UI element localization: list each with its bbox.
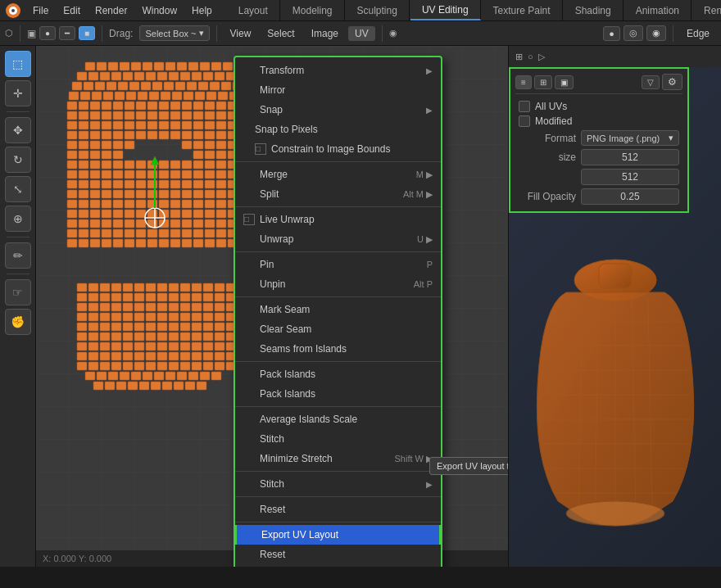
menu-item-minimize-stretch[interactable]: Average Islands Scale [235, 409, 441, 429]
svg-rect-329 [180, 303, 190, 311]
select-menu-btn[interactable]: Select [261, 26, 301, 41]
size-h-input[interactable]: 512 [581, 169, 679, 185]
menu-item-mirror[interactable]: Mirror [235, 80, 441, 100]
tool-rotate[interactable]: ↻ [5, 147, 31, 173]
svg-rect-143 [193, 151, 203, 159]
menu-item-align[interactable]: Minimize Stretch Shift W ▶ [235, 449, 441, 468]
menu-item-pack-islands[interactable]: Pack Islands [235, 364, 441, 384]
menu-file[interactable]: File [26, 3, 55, 18]
tab-modeling[interactable]: Modeling [281, 0, 345, 20]
vertex-mode-icon[interactable]: ● [39, 26, 56, 40]
tool-pinch[interactable]: ✊ [5, 309, 31, 335]
menu-item-unpin[interactable]: Unpin Alt P [235, 274, 441, 294]
menu-item-average-islands-scale[interactable]: Pack Islands [235, 384, 441, 404]
uv-viewport[interactable]: // Can't use script here, will do inline… [36, 46, 508, 567]
svg-rect-402 [215, 352, 224, 360]
menu-item-show-hide-faces[interactable]: Stitch ▶ [235, 474, 441, 494]
tab-uv-editing[interactable]: UV Editing [410, 0, 481, 20]
sep7 [235, 471, 441, 472]
tool-select-box[interactable]: ⬚ [5, 51, 31, 77]
svg-rect-89 [193, 111, 203, 120]
menu-item-reset[interactable]: Reset [235, 500, 441, 519]
fill-opacity-input[interactable]: 0.25 [581, 188, 679, 205]
menu-item-export-uv-layout[interactable]: Export UV Layout [235, 525, 441, 545]
panel-list-view-btn[interactable]: ≡ [515, 75, 532, 89]
svg-rect-28 [203, 72, 213, 80]
svg-rect-257 [216, 219, 226, 228]
viewport-shading-material[interactable]: ◎ [624, 25, 643, 41]
menu-help[interactable]: Help [185, 3, 219, 18]
svg-rect-104 [182, 121, 192, 129]
svg-rect-8 [131, 62, 141, 70]
all-uvs-row[interactable]: All UVs [515, 99, 682, 114]
svg-rect-138 [67, 151, 77, 159]
svg-rect-413 [180, 362, 190, 370]
menu-item-snap-to-pixels[interactable]: Snap to Pixels [235, 120, 441, 139]
svg-rect-371 [180, 332, 190, 341]
display-mode-icon[interactable]: ◉ [389, 28, 397, 38]
tab-rendering[interactable]: Rendering [692, 0, 721, 20]
menu-item-uvs-grid-respect[interactable]: UVs to grid with respect to s… [235, 564, 441, 567]
menu-item-stitch[interactable]: Stitch [235, 429, 441, 449]
svg-rect-286 [182, 239, 192, 247]
format-dropdown[interactable]: PNG Image (.png) ▾ [581, 130, 679, 146]
panel-large-view-btn[interactable]: ▣ [555, 75, 574, 89]
svg-rect-241 [216, 210, 226, 218]
tool-scale[interactable]: ⤡ [5, 176, 31, 202]
menu-item-mark-seam[interactable]: Mark Seam [235, 300, 441, 319]
edge-mode-icon[interactable]: ━ [59, 26, 75, 40]
menu-item-constrain[interactable]: □ Constrain to Image Bounds [235, 139, 441, 159]
svg-rect-97 [102, 121, 111, 129]
svg-rect-342 [169, 313, 179, 321]
tab-texture-paint[interactable]: Texture Paint [482, 0, 563, 20]
svg-rect-50 [115, 92, 125, 100]
svg-rect-150 [90, 161, 100, 169]
modified-row[interactable]: Modified [515, 114, 682, 129]
svg-rect-116 [136, 131, 146, 139]
menu-item-merge[interactable]: Merge M ▶ [235, 165, 441, 184]
svg-rect-331 [203, 303, 213, 311]
svg-rect-166 [90, 170, 100, 179]
select-box-dropdown[interactable]: Select Box ~ ▾ [139, 25, 209, 41]
menu-item-seams-from-islands[interactable]: Seams from Islands [235, 339, 441, 359]
uv-menu-btn[interactable]: UV [348, 26, 375, 41]
menu-edit[interactable]: Edit [57, 3, 87, 18]
menu-item-split[interactable]: Split Alt M ▶ [235, 184, 441, 204]
size-w-input[interactable]: 512 [581, 149, 679, 165]
menu-item-unwrap[interactable]: Unwrap U ▶ [235, 229, 441, 249]
menu-item-clear-seam[interactable]: Clear Seam [235, 319, 441, 339]
menu-render[interactable]: Render [88, 3, 134, 18]
tool-annotate[interactable]: ✏ [5, 242, 31, 269]
tab-shading[interactable]: Shading [564, 0, 624, 20]
edge-label[interactable]: Edge [680, 26, 716, 41]
svg-rect-72 [182, 102, 192, 110]
image-menu-btn[interactable]: Image [305, 26, 345, 41]
viewport-shading-solid[interactable]: ● [603, 26, 620, 41]
tool-move[interactable]: ✥ [5, 117, 31, 143]
viewport-shading-rendered[interactable]: ◉ [646, 25, 666, 41]
menu-window[interactable]: Window [135, 3, 184, 18]
tool-transform[interactable]: ⊕ [5, 206, 31, 232]
menu-item-uvs-to-grid[interactable]: Reset [235, 545, 441, 564]
svg-rect-18 [88, 72, 98, 80]
all-uvs-checkbox[interactable] [519, 101, 530, 112]
tab-layout[interactable]: Layout [227, 0, 280, 20]
svg-rect-153 [125, 161, 134, 169]
menu-item-transform[interactable]: Transform ▶ [235, 61, 441, 80]
panel-more-btn[interactable]: ⚙ [662, 74, 682, 90]
face-mode-icon[interactable]: ■ [79, 26, 95, 40]
tab-sculpting[interactable]: Sculpting [346, 0, 410, 20]
svg-rect-193 [216, 180, 226, 188]
svg-rect-424 [154, 372, 164, 380]
tool-cursor[interactable]: ✛ [5, 80, 31, 106]
viewport-3d-content[interactable]: er Perspective TOP_TurtleneckSweater [509, 67, 721, 567]
menu-item-pin[interactable]: Pin P [235, 255, 441, 274]
menu-item-snap[interactable]: Snap ▶ [235, 100, 441, 120]
modified-checkbox[interactable] [519, 115, 530, 127]
tool-grab[interactable]: ☞ [5, 279, 31, 305]
view-menu-btn[interactable]: View [224, 26, 258, 41]
panel-grid-view-btn[interactable]: ⊞ [534, 75, 552, 89]
menu-item-live-unwrap[interactable]: □ Live Unwrap [235, 210, 441, 229]
tab-animation[interactable]: Animation [624, 0, 692, 20]
panel-filter-btn[interactable]: ▽ [642, 75, 660, 89]
